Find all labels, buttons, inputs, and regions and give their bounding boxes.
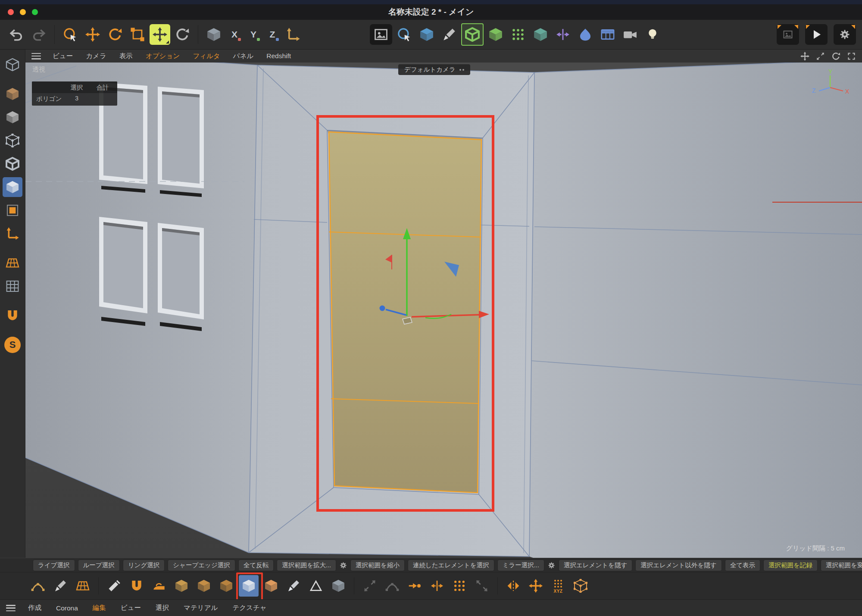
make-editable-button[interactable]: [3, 55, 22, 75]
texture-mode-button[interactable]: [3, 107, 22, 127]
sharp-edge-select-button[interactable]: シャープエッジ選択: [168, 560, 235, 571]
invert-all-button[interactable]: 全て反転: [238, 560, 274, 571]
lattice-tool[interactable]: [571, 575, 590, 597]
dissolve-tool[interactable]: [450, 575, 469, 597]
ring-select-button[interactable]: リング選択: [123, 560, 165, 571]
magnet-tool[interactable]: [127, 575, 147, 597]
optimize-tool[interactable]: [472, 575, 492, 597]
snap-button[interactable]: [3, 306, 22, 325]
axis-mode-button[interactable]: [3, 224, 22, 244]
shrink-selection-button[interactable]: 選択範囲を縮小: [350, 560, 405, 571]
polygon-pen-tool[interactable]: [239, 575, 259, 597]
locked-workplane-button[interactable]: [3, 276, 22, 296]
bevel-tool[interactable]: [261, 575, 281, 597]
volume-blob-button[interactable]: [575, 24, 596, 45]
edges-mode-button[interactable]: [3, 154, 22, 174]
points-mode-button[interactable]: [3, 131, 22, 150]
menu-panel[interactable]: パネル: [233, 52, 254, 61]
camera-label-pill[interactable]: デフォルトカメラ: [398, 64, 470, 75]
redo-button[interactable]: [28, 24, 49, 45]
quad-grid-tool[interactable]: [73, 575, 93, 597]
snap-settings-button[interactable]: S: [3, 335, 22, 355]
inner-extrude-tool[interactable]: [194, 575, 214, 597]
zoom-view-icon[interactable]: [816, 52, 825, 61]
workplane-button[interactable]: [3, 253, 22, 273]
active-axis-move-button[interactable]: [150, 24, 170, 45]
grow-selection-button[interactable]: 選択範囲を拡大...: [277, 560, 336, 571]
untriangulate-tool[interactable]: [382, 575, 402, 597]
edit-poly-cube-button[interactable]: [461, 23, 484, 46]
model-mode-button[interactable]: [3, 84, 22, 104]
texture-axis-mode-button[interactable]: [3, 200, 22, 220]
coord-cube-button[interactable]: [203, 24, 224, 45]
sketch-pen-tool[interactable]: [50, 575, 70, 597]
extrude-tool[interactable]: [172, 575, 191, 597]
y-lock-button[interactable]: Y: [244, 24, 263, 45]
render-view-button[interactable]: [370, 24, 392, 45]
world-coord-button[interactable]: [283, 24, 303, 45]
split-horizontal-button[interactable]: [553, 24, 573, 45]
menu-select[interactable]: 選択: [156, 603, 169, 613]
live-selection-button[interactable]: [60, 24, 81, 45]
undo-button[interactable]: [6, 24, 27, 45]
gizmo-z-handle[interactable]: [380, 306, 385, 311]
weld-tool[interactable]: [405, 575, 425, 597]
sheet-grid-button[interactable]: [597, 24, 618, 45]
viewport-3d[interactable]: 透視 デフォルトカメラ 選択 合計 ポリゴン 3 Y X Z グ: [25, 63, 862, 558]
menu-redshift[interactable]: Redshift: [266, 52, 291, 60]
record-selection-button[interactable]: 選択範囲を記録: [763, 560, 818, 571]
rotate-view-icon[interactable]: [831, 52, 840, 61]
stamp-cube-tool[interactable]: [328, 575, 348, 597]
mirror-tool[interactable]: [503, 575, 523, 597]
cone-primitive-tool[interactable]: [306, 575, 326, 597]
hide-unselected-button[interactable]: 選択エレメント以外を隠す: [635, 560, 721, 571]
spline-pen-button[interactable]: [439, 24, 459, 45]
menu-view-bottom[interactable]: ビュー: [121, 603, 141, 613]
hide-selected-button[interactable]: 選択エレメントを隠す: [559, 560, 632, 571]
render-settings-button[interactable]: [416, 24, 437, 45]
bottom-menu-hamburger-icon[interactable]: [6, 605, 16, 611]
edge-pen-tool[interactable]: [284, 575, 303, 597]
mirror-select-gear-icon[interactable]: [547, 561, 556, 569]
convert-selection-button[interactable]: 選択範囲を変換: [821, 560, 862, 571]
selected-polygons[interactable]: [329, 132, 481, 493]
iron-tool[interactable]: [149, 575, 169, 597]
menu-corona[interactable]: Corona: [56, 604, 78, 612]
render-play-button[interactable]: [805, 24, 828, 45]
render-all-button[interactable]: [777, 24, 799, 45]
building-right-face[interactable]: [529, 63, 862, 558]
pan-view-icon[interactable]: [800, 52, 809, 61]
model-cube-button[interactable]: [485, 24, 506, 45]
menu-display[interactable]: 表示: [119, 52, 133, 61]
subdivide-tool[interactable]: [360, 575, 380, 597]
spline-arc-tool[interactable]: [28, 575, 48, 597]
grow-selection-gear-icon[interactable]: [339, 561, 347, 569]
cubes-array-button[interactable]: [530, 24, 551, 45]
simulate-rotate-button[interactable]: [172, 24, 193, 45]
scale-tool-button[interactable]: [127, 24, 148, 45]
menu-create[interactable]: 作成: [28, 603, 41, 613]
z-lock-button[interactable]: Z: [263, 24, 282, 45]
select-connected-button[interactable]: 連続したエレメントを選択: [408, 560, 494, 571]
menu-view[interactable]: ビュー: [53, 52, 73, 61]
move-tool-button[interactable]: [82, 24, 103, 45]
menu-options[interactable]: オプション: [146, 52, 180, 61]
maximize-view-icon[interactable]: [847, 52, 856, 61]
menu-material[interactable]: マテリアル: [184, 603, 218, 613]
menu-filter[interactable]: フィルタ: [193, 52, 220, 61]
polygons-mode-button[interactable]: [3, 177, 22, 197]
mirror-select-button[interactable]: ミラー選択...: [497, 560, 544, 571]
points-sphere-button[interactable]: [508, 24, 528, 45]
interactive-render-button[interactable]: [394, 24, 415, 45]
x-lock-button[interactable]: X: [225, 24, 244, 45]
show-all-button[interactable]: 全て表示: [725, 560, 760, 571]
light-button[interactable]: [642, 24, 663, 45]
viewport-menu-hamburger-icon[interactable]: [31, 53, 41, 59]
split-edges-tool[interactable]: [427, 575, 447, 597]
smooth-shift-tool[interactable]: [216, 575, 236, 597]
set-xyz-tool[interactable]: XYZ: [548, 575, 568, 597]
menu-texture[interactable]: テクスチャ: [232, 603, 266, 613]
camera-button[interactable]: [620, 24, 640, 45]
render-settings-gear-button[interactable]: [834, 24, 856, 45]
set-position-tool[interactable]: [526, 575, 546, 597]
